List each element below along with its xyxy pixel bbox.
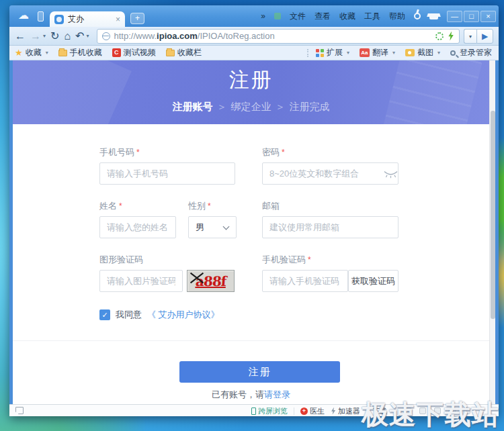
phone-icon xyxy=(251,408,256,415)
browser-window: ☁ 艾办 × + » 文件 查看 收藏 工具 帮助 — □ xyxy=(9,5,499,416)
title-bar: ☁ 艾办 × + » 文件 查看 收藏 工具 帮助 — □ xyxy=(9,5,499,27)
url-prefix: http://www. xyxy=(114,31,157,41)
sms-code-input[interactable] xyxy=(262,270,348,292)
phone-label: 手机号码* xyxy=(99,146,140,158)
login-manager-button[interactable]: 登录管家 xyxy=(450,47,492,58)
toolbar-label: 扩展 xyxy=(327,47,343,58)
undo-closed-tab-icon[interactable]: ↶ xyxy=(75,31,84,42)
translate-icon: Aa xyxy=(360,48,370,57)
toolbar-label: 翻译 xyxy=(372,47,388,58)
forward-icon[interactable]: → xyxy=(30,31,41,42)
maximize-button[interactable]: □ xyxy=(464,11,479,22)
bookmarks-bar: ★ 收藏 ▾ 手机收藏 C 测试视频 收藏栏 扩展 ▾ xyxy=(9,46,499,60)
grid-icon xyxy=(316,49,324,57)
sms-code-label: 手机验证码* xyxy=(262,254,311,266)
gender-select[interactable]: 男 xyxy=(188,216,237,238)
step-separator: ＞ xyxy=(271,101,290,112)
medal-icon[interactable] xyxy=(414,13,421,19)
desktop-wallpaper: ☁ 艾办 × + » 文件 查看 收藏 工具 帮助 — □ xyxy=(0,0,504,431)
menu-help[interactable]: 帮助 xyxy=(389,11,405,22)
accelerator-button[interactable]: 加速器 xyxy=(331,406,360,416)
url-domain: ipioa.com xyxy=(157,31,198,41)
bookmark-test-video[interactable]: C 测试视频 xyxy=(112,47,156,58)
statusbar-label: 医生 xyxy=(310,406,325,416)
step-separator: ＞ xyxy=(213,101,231,112)
agree-checkbox[interactable]: ✓ xyxy=(99,309,110,320)
password-eye-closed-icon[interactable] xyxy=(383,170,398,179)
captcha-image[interactable]: a88f xyxy=(187,270,235,292)
user-agreement-link[interactable]: 《 艾办用户协议》 xyxy=(147,309,220,321)
required-asterisk: * xyxy=(208,201,211,211)
skin-theme-icon[interactable] xyxy=(429,13,438,19)
home-icon[interactable]: ⌂ xyxy=(64,31,71,42)
caret-down-icon: ▾ xyxy=(46,50,48,56)
toolbar-label: 登录管家 xyxy=(460,47,492,58)
menu-tools[interactable]: 工具 xyxy=(364,11,380,22)
scrollbar-thumb[interactable] xyxy=(491,111,495,319)
email-label: 邮箱 xyxy=(262,200,280,212)
speed-mode-icon[interactable] xyxy=(448,32,454,41)
page-viewport: 注册 注册账号＞绑定企业＞注册完成 手机号码* 密码* xyxy=(13,60,489,404)
refresh-icon[interactable]: ↻ xyxy=(50,31,59,42)
accelerator-bolt-icon xyxy=(331,408,336,415)
back-icon[interactable]: ← xyxy=(15,31,26,42)
browser-tab[interactable]: 艾办 × xyxy=(50,11,125,27)
camera-icon xyxy=(405,49,415,56)
new-tab-button[interactable]: + xyxy=(130,13,144,24)
minimize-button[interactable]: — xyxy=(447,11,462,22)
registration-steps: 注册账号＞绑定企业＞注册完成 xyxy=(13,101,489,113)
url-dropdown-button[interactable]: ▾ xyxy=(464,29,476,44)
navigation-toolbar: ← → ▾ ↻ ⌂ ↶ ▾ http://www.ipioa.com/IPIOA… xyxy=(9,27,499,46)
required-asterisk: * xyxy=(308,255,311,265)
captcha-input[interactable] xyxy=(99,270,183,292)
step-bind-company: 绑定企业 xyxy=(231,101,271,112)
close-button[interactable]: × xyxy=(480,11,496,22)
form-divider xyxy=(13,340,489,341)
tab-close-icon[interactable]: × xyxy=(116,15,120,24)
cloud-sync-icon[interactable]: ☁ xyxy=(18,10,29,21)
bookmark-favorites[interactable]: ★ 收藏 ▾ xyxy=(15,47,48,58)
menu-overflow-chevron[interactable]: » xyxy=(261,11,265,21)
undo-caret-icon[interactable]: ▾ xyxy=(87,33,89,39)
go-button[interactable]: ▶ xyxy=(476,29,493,44)
folder-icon xyxy=(58,50,67,56)
c-site-icon: C xyxy=(112,48,121,57)
caret-down-icon: ▾ xyxy=(347,50,349,56)
site-globe-icon xyxy=(102,32,110,40)
name-input[interactable] xyxy=(99,216,176,238)
page-title: 注册 xyxy=(13,66,489,94)
mobile-icon[interactable] xyxy=(38,11,44,21)
register-submit-button[interactable]: 注册 xyxy=(179,361,340,383)
extension-icon[interactable] xyxy=(274,13,281,19)
bookmark-mobile-favorites[interactable]: 手机收藏 xyxy=(58,47,102,58)
email-input[interactable] xyxy=(262,216,398,238)
page-scrollbar[interactable] xyxy=(489,60,495,404)
agree-text: 我同意 xyxy=(116,309,142,321)
get-sms-code-button[interactable]: 获取验证码 xyxy=(348,270,398,292)
menu-view[interactable]: 查看 xyxy=(314,11,331,22)
tab-title: 艾办 xyxy=(68,13,112,25)
bookmark-label: 手机收藏 xyxy=(70,47,102,58)
compatibility-mode-icon[interactable] xyxy=(435,32,444,40)
registration-form: 手机号码* 密码* 姓名* 性别* xyxy=(13,124,489,404)
phone-input[interactable] xyxy=(99,162,235,185)
password-input[interactable] xyxy=(262,162,398,185)
menu-favorites[interactable]: 收藏 xyxy=(339,11,355,22)
extensions-button[interactable]: 扩展 ▾ xyxy=(316,47,349,58)
cross-screen-browse-button[interactable]: 跨屏浏览 xyxy=(251,406,288,416)
announcement-icon[interactable] xyxy=(15,407,24,414)
translate-button[interactable]: Aa 翻译 ▾ xyxy=(360,47,395,58)
required-asterisk: * xyxy=(282,148,285,157)
site-watermark: 极速下载站 xyxy=(362,396,499,431)
history-caret-icon[interactable]: ▾ xyxy=(43,33,46,39)
bookmark-label: 收藏栏 xyxy=(177,47,202,58)
step-complete: 注册完成 xyxy=(290,101,330,112)
screenshot-button[interactable]: 截图 ▾ xyxy=(405,47,440,58)
login-link[interactable]: 请登录 xyxy=(264,389,290,399)
bookmark-bar-folder[interactable]: 收藏栏 xyxy=(166,47,202,58)
step-register-account: 注册账号 xyxy=(173,101,213,112)
menu-file[interactable]: 文件 xyxy=(290,11,306,22)
address-bar[interactable]: http://www.ipioa.com/IPIOA/toReg.action xyxy=(97,29,460,44)
browser-doctor-button[interactable]: + 医生 xyxy=(300,406,325,416)
caret-down-icon: ▾ xyxy=(437,50,440,56)
